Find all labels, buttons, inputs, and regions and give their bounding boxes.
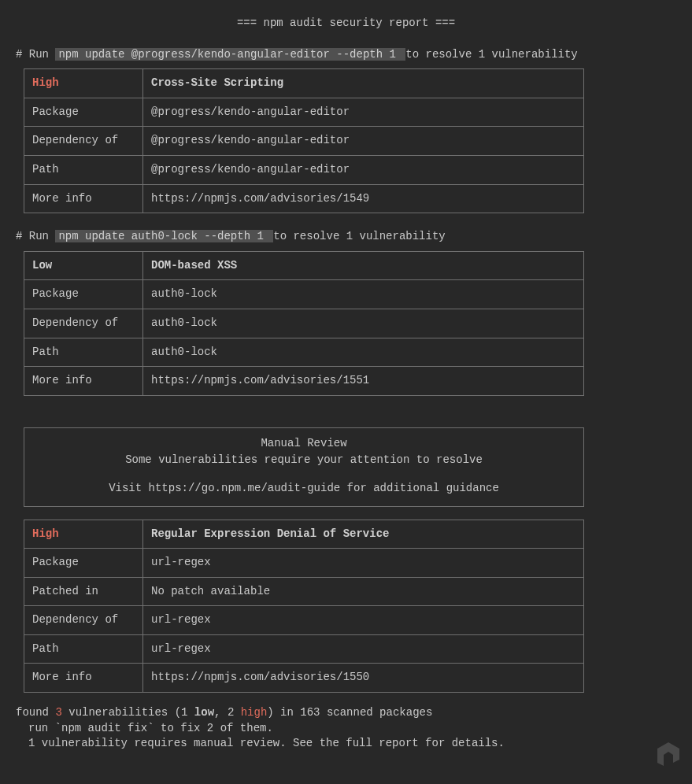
table-row: More info https://npmjs.com/advisories/1… <box>24 367 584 396</box>
value-path: @progress/kendo-angular-editor <box>143 155 584 184</box>
label-moreinfo: More info <box>24 367 143 396</box>
table-row: More info https://npmjs.com/advisories/1… <box>24 184 584 213</box>
run-command-1: npm update @progress/kendo-angular-edito… <box>55 48 405 61</box>
table-row: Low DOM-based XSS <box>24 251 584 280</box>
value-package: auth0-lock <box>143 280 584 309</box>
value-path: url-regex <box>143 634 584 664</box>
table-row: Package @progress/kendo-angular-editor <box>24 98 584 127</box>
manual-line1: Some vulnerabilities require your attent… <box>32 453 575 468</box>
label-moreinfo: More info <box>24 184 143 213</box>
value-moreinfo: https://npmjs.com/advisories/1551 <box>143 367 584 396</box>
label-patchedin: Patched in <box>24 577 143 606</box>
table-row: Path url-regex <box>24 634 584 664</box>
low-word: low <box>194 706 214 719</box>
vuln-title: DOM-based XSS <box>151 259 237 272</box>
run-suffix: to resolve 1 vulnerability <box>405 48 577 61</box>
table-row: Patched in No patch available <box>24 577 584 606</box>
table-row: Dependency of url-regex <box>24 606 584 635</box>
table-row: Path auth0-lock <box>24 338 584 367</box>
mid-b: , 2 <box>214 706 241 719</box>
run-command-line-1: # Run npm update @progress/kendo-angular… <box>16 47 676 63</box>
vuln-table-2: Low DOM-based XSS Package auth0-lock Dep… <box>24 251 584 396</box>
report-header: === npm audit security report === <box>16 16 676 31</box>
label-dependency: Dependency of <box>24 606 143 635</box>
label-package: Package <box>24 280 143 309</box>
run-suffix: to resolve 1 vulnerability <box>273 230 445 242</box>
label-path: Path <box>24 634 143 664</box>
table-row: Dependency of @progress/kendo-angular-ed… <box>24 127 584 156</box>
value-dependency: url-regex <box>143 606 584 635</box>
table-row: Path @progress/kendo-angular-editor <box>24 155 584 184</box>
label-package: Package <box>24 549 143 578</box>
manual-review-box: Manual Review Some vulnerabilities requi… <box>24 427 584 507</box>
mid-a: vulnerabilities (1 <box>62 706 194 719</box>
value-moreinfo: https://npmjs.com/advisories/1550 <box>143 664 584 693</box>
run-prefix: # Run <box>16 230 55 242</box>
summary-block: found 3 vulnerabilities (1 low, 2 high) … <box>16 705 676 752</box>
manual-line2: Visit https://go.npm.me/audit-guide for … <box>32 481 575 497</box>
value-package: url-regex <box>143 549 584 578</box>
label-dependency: Dependency of <box>24 309 143 338</box>
label-moreinfo: More info <box>24 664 143 693</box>
watermark-icon <box>653 739 684 776</box>
table-row: Package url-regex <box>24 549 584 578</box>
value-package: @progress/kendo-angular-editor <box>143 98 584 127</box>
found-prefix: found <box>16 706 55 719</box>
label-path: Path <box>24 338 143 367</box>
summary-line1: found 3 vulnerabilities (1 low, 2 high) … <box>16 705 676 721</box>
table-row: Dependency of auth0-lock <box>24 309 584 338</box>
label-dependency: Dependency of <box>24 127 143 156</box>
value-dependency: auth0-lock <box>143 309 584 338</box>
value-moreinfo: https://npmjs.com/advisories/1549 <box>143 184 584 213</box>
high-word: high <box>241 706 268 719</box>
vuln-table-1: High Cross-Site Scripting Package @progr… <box>24 68 584 213</box>
found-count: 3 <box>55 706 61 719</box>
severity-badge: High <box>32 527 59 540</box>
value-path: auth0-lock <box>143 338 584 367</box>
vuln-title: Regular Expression Denial of Service <box>151 527 389 540</box>
summary-line3: 1 vulnerability requires manual review. … <box>28 736 676 752</box>
run-command-line-2: # Run npm update auth0-lock --depth 1 to… <box>16 229 676 245</box>
severity-badge: Low <box>32 259 52 272</box>
label-package: Package <box>24 98 143 127</box>
table-row: High Regular Expression Denial of Servic… <box>24 520 584 549</box>
mid-c: ) in 163 scanned packages <box>267 706 432 719</box>
value-dependency: @progress/kendo-angular-editor <box>143 127 584 156</box>
vuln-table-3: High Regular Expression Denial of Servic… <box>24 520 584 693</box>
run-prefix: # Run <box>16 48 55 61</box>
table-row: High Cross-Site Scripting <box>24 69 584 98</box>
vuln-title: Cross-Site Scripting <box>151 76 283 89</box>
table-row: More info https://npmjs.com/advisories/1… <box>24 664 584 693</box>
table-row: Package auth0-lock <box>24 280 584 309</box>
run-command-2: npm update auth0-lock --depth 1 <box>55 230 273 242</box>
summary-line2: run `npm audit fix` to fix 2 of them. <box>28 721 676 737</box>
manual-title: Manual Review <box>32 436 575 452</box>
severity-badge: High <box>32 76 59 89</box>
value-patchedin: No patch available <box>143 577 584 606</box>
label-path: Path <box>24 155 143 184</box>
